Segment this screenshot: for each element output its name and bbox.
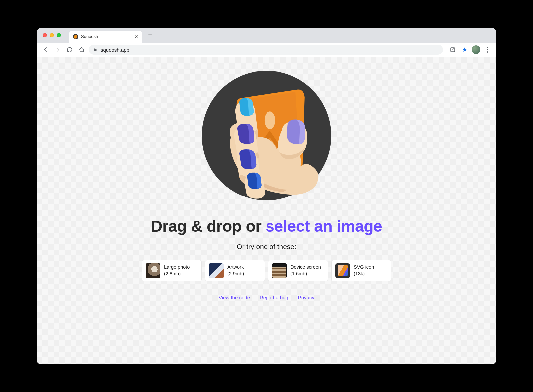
link-view-code[interactable]: View the code	[219, 295, 250, 300]
bookmark-star-icon[interactable]: ★	[460, 45, 470, 55]
footer-links: View the code Report a bug Privacy	[219, 295, 314, 300]
svg-point-2	[265, 111, 275, 129]
sample-size: (1.6mb)	[290, 271, 321, 277]
sample-label: Large photo	[164, 264, 190, 271]
sample-artwork[interactable]: Artwork (2.9mb)	[205, 260, 265, 281]
sample-size: (2.9mb)	[227, 271, 244, 277]
address-bar[interactable]: squoosh.app	[89, 45, 443, 55]
profile-avatar[interactable]	[472, 45, 480, 54]
toolbar-right: ★	[448, 45, 492, 55]
minimize-window-icon[interactable]	[50, 33, 54, 37]
new-tab-button[interactable]: +	[145, 30, 155, 40]
forward-button	[53, 45, 63, 55]
tab-title: Squoosh	[81, 34, 132, 39]
page-content[interactable]: Drag & drop or select an image Or try on…	[37, 57, 496, 364]
thumbnail-icon	[335, 263, 350, 278]
lock-icon	[93, 47, 97, 53]
sample-large-photo[interactable]: Large photo (2.8mb)	[142, 260, 202, 281]
menu-button[interactable]	[482, 45, 492, 55]
link-privacy[interactable]: Privacy	[298, 295, 314, 300]
open-external-icon[interactable]	[448, 45, 458, 55]
sample-size: (13k)	[354, 271, 374, 277]
close-window-icon[interactable]	[43, 33, 47, 37]
browser-toolbar: squoosh.app ★	[37, 43, 496, 57]
tab-strip: Squoosh ✕ +	[37, 28, 496, 43]
home-button[interactable]	[77, 45, 87, 55]
thumbnail-icon	[272, 263, 287, 278]
sample-row: Large photo (2.8mb) Artwork (2.9mb) Devi…	[142, 260, 391, 281]
headline-text: Drag & drop or	[151, 217, 266, 235]
sample-label: Artwork	[227, 264, 244, 271]
back-button[interactable]	[41, 45, 51, 55]
reload-button[interactable]	[65, 45, 75, 55]
sample-svg-icon[interactable]: SVG icon (13k)	[331, 260, 391, 281]
tab-squoosh[interactable]: Squoosh ✕	[69, 31, 142, 43]
browser-window: Squoosh ✕ + squoosh.app ★	[37, 28, 496, 364]
sample-device-screen[interactable]: Device screen (1.6mb)	[268, 260, 328, 281]
maximize-window-icon[interactable]	[57, 33, 61, 37]
close-tab-icon[interactable]: ✕	[134, 34, 138, 39]
squoosh-logo-icon	[198, 67, 335, 204]
separator	[293, 295, 293, 300]
select-image-link[interactable]: select an image	[266, 217, 382, 235]
window-controls	[43, 33, 61, 37]
separator	[255, 295, 255, 300]
link-report-bug[interactable]: Report a bug	[260, 295, 288, 300]
sample-size: (2.8mb)	[164, 271, 190, 277]
thumbnail-icon	[146, 263, 160, 278]
url-text: squoosh.app	[101, 47, 129, 53]
sample-label: SVG icon	[354, 264, 374, 271]
favicon-icon	[73, 34, 78, 39]
sample-label: Device screen	[290, 264, 321, 271]
thumbnail-icon	[209, 263, 224, 278]
subheadline: Or try one of these:	[237, 243, 296, 251]
headline: Drag & drop or select an image	[151, 217, 382, 235]
